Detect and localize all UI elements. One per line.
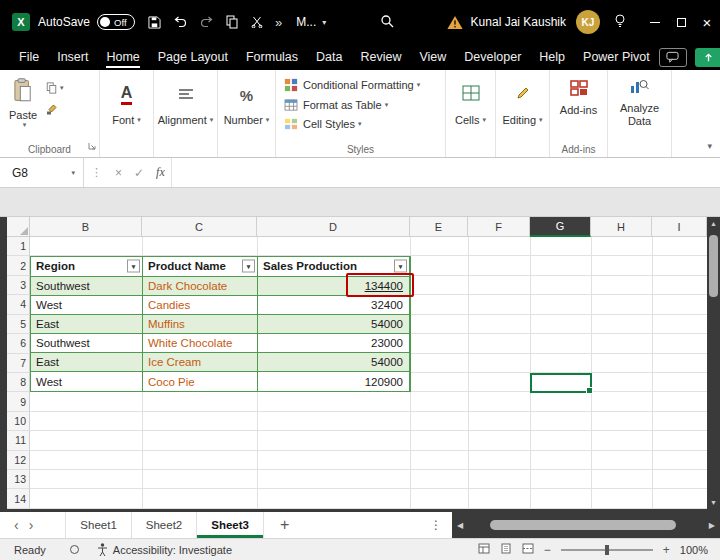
cell-b8[interactable]: West <box>31 372 143 391</box>
close-button[interactable]: × <box>694 0 720 44</box>
normal-view-icon[interactable] <box>478 543 490 556</box>
tab-view[interactable]: View <box>410 44 455 70</box>
column-header-f[interactable]: F <box>468 217 530 237</box>
row-header-4[interactable]: 4 <box>7 295 30 314</box>
tab-scroll-right-icon[interactable]: › <box>29 517 34 533</box>
minimize-button[interactable] <box>642 0 668 44</box>
sheet-cells[interactable]: Region ▾ Product Name ▾ Sales Production… <box>30 237 707 509</box>
row-header-13[interactable]: 13 <box>7 470 30 489</box>
vertical-scroll-thumb[interactable] <box>709 235 718 297</box>
horizontal-scroll-track[interactable] <box>468 512 704 538</box>
cell-b6[interactable]: Southwest <box>31 334 143 353</box>
row-header-11[interactable]: 11 <box>7 431 30 450</box>
tab-data[interactable]: Data <box>307 44 351 70</box>
cell-c3[interactable]: Dark Chocolate <box>143 277 258 296</box>
clipboard-dialog-launcher-icon[interactable] <box>88 136 96 154</box>
row-header-14[interactable]: 14 <box>7 489 30 508</box>
cancel-icon[interactable]: × <box>109 166 128 180</box>
tab-file[interactable]: File <box>10 44 48 70</box>
cell-b7[interactable]: East <box>31 353 143 372</box>
cell-b3[interactable]: Southwest <box>31 277 143 296</box>
insert-function-icon[interactable]: fx <box>150 165 171 180</box>
autosave-toggle[interactable]: Off <box>97 14 135 30</box>
cell-c8[interactable]: Coco Pie <box>143 372 258 391</box>
cell-c4[interactable]: Candies <box>143 296 258 315</box>
column-header-c[interactable]: C <box>142 217 257 237</box>
cell-d6[interactable]: 23000 <box>258 334 410 353</box>
conditional-formatting-button[interactable]: Conditional Formatting ▾ <box>284 78 439 92</box>
tab-page-layout[interactable]: Page Layout <box>149 44 237 70</box>
share-button[interactable] <box>695 48 720 67</box>
cell-d4[interactable]: 32400 <box>258 296 410 315</box>
column-header-i[interactable]: I <box>652 217 707 237</box>
sheet-tab-sheet1[interactable]: Sheet1 <box>65 512 131 538</box>
more-commands-icon[interactable]: » <box>275 15 282 30</box>
cell-b4[interactable]: West <box>31 296 143 315</box>
cut-icon[interactable] <box>251 16 263 28</box>
page-layout-view-icon[interactable] <box>500 543 512 556</box>
copy-button[interactable]: ▾ <box>46 82 64 94</box>
cell-c7[interactable]: Ice Cream <box>143 353 258 372</box>
tab-options-icon[interactable]: ⋮ <box>430 518 442 532</box>
addins-button[interactable] <box>570 80 588 100</box>
save-icon[interactable] <box>148 16 161 29</box>
cell-d5[interactable]: 54000 <box>258 315 410 334</box>
accessibility-status[interactable]: Accessibility: Investigate <box>97 543 232 556</box>
excel-logo-icon[interactable]: X <box>12 13 30 31</box>
row-header-8[interactable]: 8 <box>7 373 30 392</box>
cell-c5[interactable]: Muffins <box>143 315 258 334</box>
cells-group-button[interactable]: Cells▾ <box>446 70 496 157</box>
font-group-button[interactable]: A Font▾ <box>100 70 154 157</box>
analyze-data-button[interactable]: Analyze Data <box>608 70 672 157</box>
column-header-d[interactable]: D <box>257 217 410 237</box>
cell-styles-button[interactable]: Cell Styles ▾ <box>284 118 439 130</box>
editing-group-button[interactable]: Editing▾ <box>496 70 550 157</box>
column-header-b[interactable]: B <box>30 217 142 237</box>
redo-icon[interactable] <box>200 16 213 28</box>
cell-b5[interactable]: East <box>31 315 143 334</box>
tab-home[interactable]: Home <box>97 44 148 70</box>
scroll-down-icon[interactable]: ▼ <box>707 499 720 506</box>
zoom-slider[interactable] <box>561 549 653 551</box>
zoom-out-icon[interactable]: − <box>544 543 551 557</box>
row-header-2[interactable]: 2 <box>7 256 30 275</box>
cell-c6[interactable]: White Chocolate <box>143 334 258 353</box>
enter-check-icon[interactable]: ✓ <box>128 166 150 180</box>
filter-dropdown-icon[interactable]: ▾ <box>242 260 255 273</box>
scroll-right-icon[interactable]: ▶ <box>704 521 720 530</box>
zoom-slider-thumb[interactable] <box>605 545 609 555</box>
comments-button[interactable] <box>659 48 687 67</box>
column-header-h[interactable]: H <box>591 217 652 237</box>
filter-dropdown-icon[interactable]: ▾ <box>394 260 407 273</box>
tab-insert[interactable]: Insert <box>48 44 97 70</box>
undo-icon[interactable] <box>174 16 187 28</box>
table-header-product-name[interactable]: Product Name ▾ <box>143 257 258 276</box>
lightbulb-icon[interactable] <box>614 14 626 31</box>
horizontal-scroll-thumb[interactable] <box>490 520 676 530</box>
sheet-tab-sheet3-active[interactable]: Sheet3 <box>197 512 264 538</box>
maximize-button[interactable] <box>668 0 694 44</box>
tab-scroll-left-icon[interactable]: ‹ <box>14 517 19 533</box>
table-header-region[interactable]: Region ▾ <box>31 257 143 276</box>
zoom-level[interactable]: 100% <box>680 544 708 556</box>
cell-d7[interactable]: 54000 <box>258 353 410 372</box>
tab-formulas[interactable]: Formulas <box>237 44 307 70</box>
macro-record-icon[interactable] <box>70 545 79 554</box>
sheet-tab-sheet2[interactable]: Sheet2 <box>132 512 197 538</box>
copy-icon[interactable] <box>226 15 238 29</box>
select-all-corner[interactable] <box>7 217 30 237</box>
tab-power-pivot[interactable]: Power Pivot <box>574 44 659 70</box>
scroll-up-icon[interactable]: ▲ <box>707 220 720 227</box>
page-break-view-icon[interactable] <box>522 543 534 556</box>
user-name[interactable]: Kunal Jai Kaushik <box>471 15 566 29</box>
tab-developer[interactable]: Developer <box>455 44 530 70</box>
tab-review[interactable]: Review <box>351 44 410 70</box>
vertical-scrollbar[interactable]: ▲ ▼ <box>707 217 720 509</box>
row-header-7[interactable]: 7 <box>7 354 30 373</box>
selected-cell-g8[interactable] <box>530 373 592 393</box>
tab-help[interactable]: Help <box>530 44 574 70</box>
horizontal-scrollbar[interactable]: ◀ ▶ <box>452 512 720 538</box>
row-header-9[interactable]: 9 <box>7 392 30 411</box>
row-header-6[interactable]: 6 <box>7 334 30 353</box>
row-header-3[interactable]: 3 <box>7 276 30 295</box>
